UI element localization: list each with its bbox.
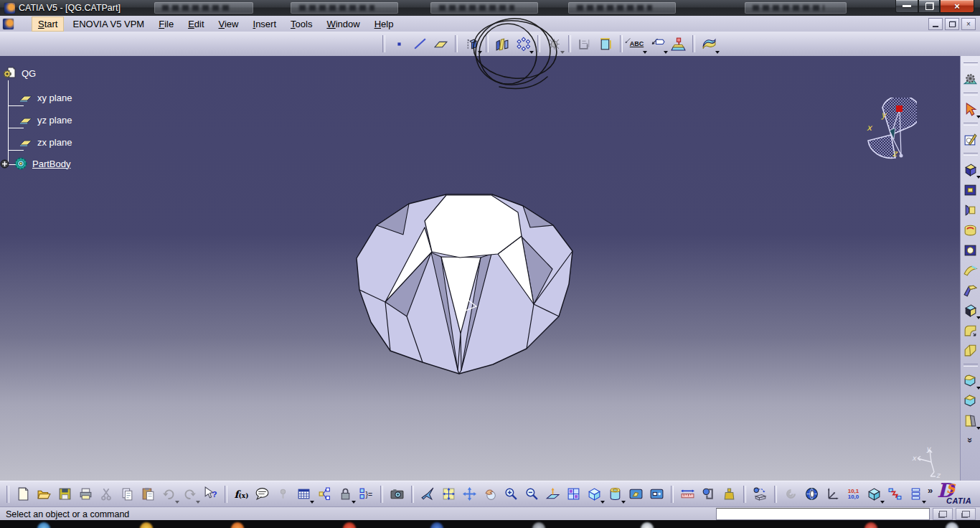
- dropdown-arrow-icon[interactable]: [529, 51, 534, 54]
- dropdown-arrow-icon[interactable]: [976, 176, 980, 179]
- cut-button[interactable]: [96, 484, 117, 504]
- tree-node-root[interactable]: QG: [3, 66, 36, 80]
- dropdown-arrow-icon[interactable]: [478, 51, 482, 54]
- restore-button[interactable]: [918, 0, 940, 13]
- mdi-restore-button[interactable]: [945, 18, 959, 30]
- tree-node-zx-plane[interactable]: zx plane: [19, 135, 72, 149]
- menu-view[interactable]: View: [213, 17, 245, 31]
- knowledge-button[interactable]: [273, 484, 293, 504]
- connexion-button[interactable]: [801, 484, 822, 504]
- taskbar-app-icon[interactable]: [946, 522, 958, 528]
- hide-show-button[interactable]: [626, 484, 646, 504]
- apply-material-button[interactable]: [750, 484, 771, 504]
- isometric-view-button[interactable]: [584, 484, 605, 504]
- tree-node-yz-plane[interactable]: yz plane: [19, 113, 72, 127]
- taskbar-app-icon[interactable]: [343, 522, 356, 528]
- save-button[interactable]: [55, 484, 75, 504]
- taskbar-app-icon[interactable]: [140, 522, 153, 528]
- tree-node-label[interactable]: yz plane: [37, 115, 72, 126]
- render-style-button[interactable]: [605, 484, 626, 504]
- point-button[interactable]: [389, 34, 410, 55]
- tree-branch-line[interactable]: [8, 80, 9, 165]
- minimize-button[interactable]: [895, 0, 918, 13]
- view-compass[interactable]: y x z: [861, 98, 917, 164]
- zoom-out-button[interactable]: [522, 484, 542, 504]
- design-table-button[interactable]: [293, 484, 314, 504]
- fit-all-in-button[interactable]: [438, 484, 459, 504]
- pan-button[interactable]: [459, 484, 480, 504]
- groove-button[interactable]: [961, 220, 980, 240]
- chamfer-button[interactable]: [961, 340, 980, 360]
- menu-edit[interactable]: Edit: [182, 17, 209, 31]
- mdi-minimize-button[interactable]: [928, 18, 943, 30]
- plane-button[interactable]: [430, 34, 451, 55]
- tools-gear-button[interactable]: [961, 69, 980, 89]
- taskbar-app-icon[interactable]: [864, 522, 877, 528]
- menu-window[interactable]: Window: [321, 17, 365, 31]
- dropdown-arrow-icon[interactable]: [560, 51, 565, 54]
- mirror-button[interactable]: [492, 34, 513, 55]
- enovia-button[interactable]: [781, 484, 801, 504]
- dropdown-arrow-icon[interactable]: [976, 316, 980, 319]
- toolbar-grip[interactable]: [963, 93, 978, 95]
- open-button[interactable]: [34, 484, 55, 504]
- power-input-field[interactable]: [716, 508, 930, 520]
- document-icon[interactable]: [3, 19, 14, 29]
- taskbar-app-icon[interactable]: [430, 522, 443, 528]
- tree-node-xy-plane[interactable]: xy plane: [19, 90, 72, 105]
- menu-start[interactable]: Start: [32, 16, 64, 32]
- edge-fillet-button[interactable]: [961, 370, 980, 390]
- toolbar-grip[interactable]: [6, 486, 9, 503]
- tree-node-label[interactable]: zx plane: [37, 137, 72, 148]
- multi-section-solid-button[interactable]: [961, 300, 980, 320]
- toolbar-grip[interactable]: [963, 62, 978, 65]
- menu-tools[interactable]: Tools: [285, 17, 318, 31]
- menu-file[interactable]: File: [153, 17, 179, 31]
- mdi-close-button[interactable]: ×: [961, 18, 976, 30]
- tree-node-label[interactable]: PartBody: [32, 159, 70, 169]
- select-button[interactable]: [961, 99, 980, 119]
- redo-button[interactable]: [179, 484, 200, 504]
- toolbar-grip[interactable]: [963, 123, 978, 126]
- dropdown-arrow-icon[interactable]: [976, 387, 980, 390]
- circular-pattern-button[interactable]: [513, 34, 534, 55]
- copy-button[interactable]: [117, 484, 138, 504]
- rotate-button[interactable]: [480, 484, 501, 504]
- toolbar-grip[interactable]: [963, 153, 978, 156]
- toolbar-grip[interactable]: [963, 364, 978, 367]
- tree-node-label[interactable]: QG: [22, 68, 36, 79]
- catia-app-icon[interactable]: [4, 3, 15, 14]
- text-with-leader-button[interactable]: ABC: [626, 34, 647, 55]
- shaded-view-button[interactable]: [864, 484, 885, 504]
- tree-node-partbody[interactable]: PartBody: [0, 156, 70, 171]
- decimal-places-button[interactable]: 10,110,0: [843, 484, 864, 504]
- shaft-button[interactable]: [961, 199, 980, 220]
- menu-enovia[interactable]: ENOVIA V5 VPM: [67, 17, 150, 31]
- sketcher-button[interactable]: [961, 129, 980, 149]
- dropdown-arrow-icon[interactable]: [976, 116, 980, 118]
- expand-plus-icon[interactable]: [0, 159, 9, 169]
- tree-branch-line[interactable]: [8, 150, 24, 151]
- part-3d-model[interactable]: [344, 183, 588, 384]
- more-commands-chevron[interactable]: »: [928, 485, 933, 496]
- 3d-viewport[interactable]: QG xy plane yz plane zx plane PartBody: [0, 56, 960, 481]
- fillet-button[interactable]: [961, 320, 980, 340]
- tree-node-label[interactable]: xy plane: [37, 93, 72, 103]
- normal-view-button[interactable]: [542, 484, 563, 504]
- chamfer-2-button[interactable]: [961, 390, 980, 410]
- undo-button[interactable]: [159, 484, 179, 504]
- taskbar-app-icon[interactable]: [231, 522, 244, 528]
- lock-button[interactable]: [335, 484, 356, 504]
- multi-view-button[interactable]: [563, 484, 584, 504]
- draft-angle-button[interactable]: [961, 410, 980, 430]
- equivalent-dimensions-button[interactable]: }=: [356, 484, 377, 504]
- camera-capture-button[interactable]: [387, 484, 407, 504]
- print-button[interactable]: [75, 484, 96, 504]
- new-button[interactable]: [13, 484, 34, 504]
- stamp-button[interactable]: [668, 34, 689, 55]
- slot-button[interactable]: [961, 280, 980, 300]
- measure-inertia-button[interactable]: [719, 484, 740, 504]
- swap-visible-space-button[interactable]: [646, 484, 667, 504]
- windows-taskbar[interactable]: [0, 520, 980, 528]
- translation-button[interactable]: [461, 34, 482, 55]
